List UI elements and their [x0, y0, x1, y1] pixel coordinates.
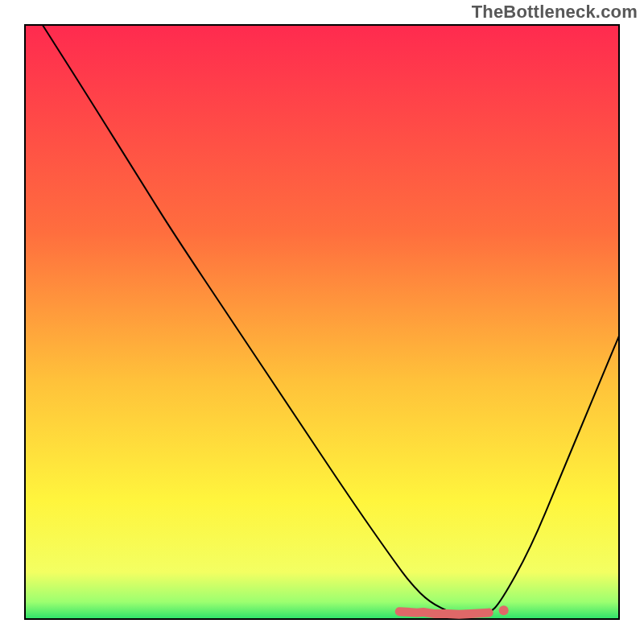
chart-background	[24, 24, 620, 620]
chart-svg	[24, 24, 620, 620]
svg-point-0	[499, 605, 509, 615]
chart-container: TheBottleneck.com	[0, 0, 644, 644]
watermark-text: TheBottleneck.com	[472, 2, 638, 23]
chart-plot	[24, 24, 620, 620]
